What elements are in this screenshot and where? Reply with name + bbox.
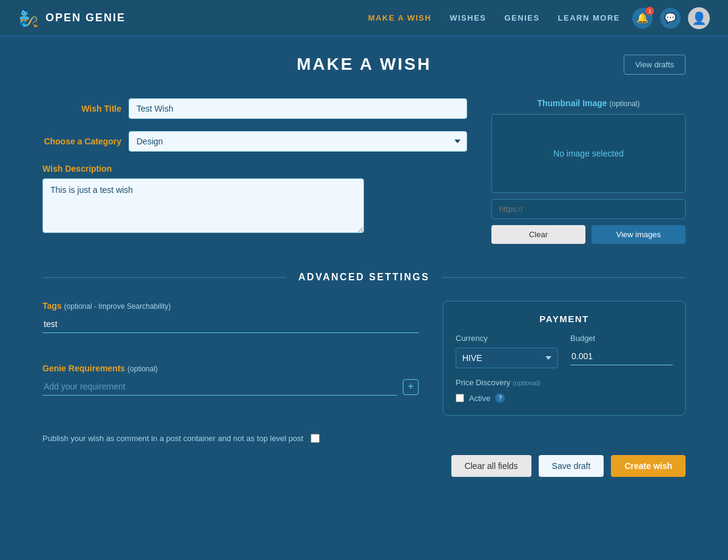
- form-left: Wish Title Choose a Category Design Deve…: [42, 98, 467, 248]
- thumbnail-section: Thumbnail Image (optional) No image sele…: [491, 98, 686, 244]
- currency-col: Currency HIVE HBD USD: [456, 334, 558, 368]
- help-icon[interactable]: ?: [495, 393, 505, 403]
- nav-link-learn-more[interactable]: LEARN MORE: [558, 13, 620, 22]
- description-textarea[interactable]: This is just a test wish: [42, 178, 364, 233]
- thumbnail-optional: (optional): [609, 100, 639, 108]
- notification-badge: 1: [645, 7, 654, 15]
- active-label: Active: [469, 394, 490, 403]
- no-image-text: No image selected: [553, 149, 624, 158]
- nav-link-make-a-wish[interactable]: MAKE A WISH: [368, 13, 431, 22]
- active-checkbox[interactable]: [456, 394, 464, 402]
- publish-text: Publish your wish as comment in a post c…: [42, 434, 303, 443]
- page-header: MAKE A WISH View drafts: [42, 55, 686, 74]
- action-buttons: Clear all fields Save draft Create wish: [42, 455, 686, 495]
- nav-logo[interactable]: 🧞 OPEN GENIE: [18, 8, 126, 28]
- notification-button[interactable]: 🔔 1: [632, 8, 653, 29]
- payment-card: PAYMENT Currency HIVE HBD USD Budget: [443, 301, 686, 416]
- nav-link-wishes[interactable]: WISHES: [450, 13, 486, 22]
- wish-title-row: Wish Title: [42, 98, 467, 119]
- advanced-settings-divider: ADVANCED SETTINGS: [42, 272, 686, 283]
- genie-requirements-section: Genie Requirements (optional) +: [42, 363, 419, 396]
- user-avatar[interactable]: 👤: [688, 7, 710, 29]
- currency-label: Currency: [456, 334, 558, 343]
- chat-icon: 💬: [664, 12, 676, 24]
- wish-title-input[interactable]: [129, 98, 467, 119]
- clear-all-button[interactable]: Clear all fields: [451, 455, 531, 477]
- nav-links: MAKE A WISH WISHES GENIES LEARN MORE: [368, 13, 620, 22]
- thumbnail-clear-button[interactable]: Clear: [491, 225, 585, 244]
- advanced-left: Tags (optional - Improve Searchability) …: [42, 301, 419, 396]
- genie-requirements-label: Genie Requirements (optional): [42, 363, 419, 373]
- payment-currency-budget-row: Currency HIVE HBD USD Budget: [456, 334, 673, 368]
- description-label: Wish Description: [42, 164, 467, 174]
- avatar-image: 👤: [692, 11, 707, 25]
- payment-title: PAYMENT: [456, 314, 673, 324]
- genie-requirements-row: +: [42, 378, 419, 396]
- tags-input[interactable]: [42, 315, 419, 333]
- description-section: Wish Description This is just a test wis…: [42, 164, 467, 235]
- navbar: 🧞 OPEN GENIE MAKE A WISH WISHES GENIES L…: [0, 0, 728, 36]
- currency-select[interactable]: HIVE HBD USD: [456, 348, 558, 368]
- tags-section: Tags (optional - Improve Searchability): [42, 301, 419, 345]
- form-top: Wish Title Choose a Category Design Deve…: [42, 98, 686, 248]
- chat-button[interactable]: 💬: [660, 8, 681, 29]
- advanced-settings-title: ADVANCED SETTINGS: [298, 272, 430, 283]
- thumbnail-url-input[interactable]: [491, 199, 686, 219]
- genie-requirements-input[interactable]: [42, 378, 397, 396]
- logo-text: OPEN GENIE: [46, 12, 126, 24]
- budget-input[interactable]: [570, 348, 673, 365]
- logo-icon: 🧞: [18, 8, 41, 28]
- genie-add-button[interactable]: +: [403, 379, 419, 395]
- view-drafts-button[interactable]: View drafts: [624, 55, 686, 75]
- price-optional-label: (optional): [513, 379, 541, 386]
- thumbnail-buttons: Clear View images: [491, 225, 686, 244]
- nav-link-genies[interactable]: GENIES: [504, 13, 539, 22]
- advanced-right: PAYMENT Currency HIVE HBD USD Budget: [443, 301, 686, 416]
- price-discovery-section: Price Discovery (optional) Active ?: [456, 378, 673, 403]
- tags-label: Tags (optional - Improve Searchability): [42, 301, 419, 311]
- genie-optional-label: (optional): [127, 365, 158, 373]
- budget-label: Budget: [570, 334, 673, 343]
- publish-row: Publish your wish as comment in a post c…: [42, 434, 686, 443]
- active-row: Active ?: [456, 393, 673, 403]
- main-content: MAKE A WISH View drafts Wish Title Choos…: [30, 36, 698, 531]
- category-select[interactable]: Design Development Marketing Writing Oth…: [129, 131, 467, 152]
- save-draft-button[interactable]: Save draft: [539, 455, 604, 477]
- price-discovery-label: Price Discovery (optional): [456, 378, 673, 387]
- category-label: Choose a Category: [42, 137, 121, 146]
- divider-line-left: [42, 277, 286, 278]
- nav-icons: 🔔 1 💬 👤: [632, 7, 710, 29]
- advanced-layout: Tags (optional - Improve Searchability) …: [42, 301, 686, 416]
- wish-title-label: Wish Title: [42, 104, 121, 113]
- thumbnail-preview: No image selected: [491, 114, 686, 193]
- publish-checkbox[interactable]: [311, 434, 320, 443]
- category-row: Choose a Category Design Development Mar…: [42, 131, 467, 152]
- thumbnail-title: Thumbnail Image (optional): [491, 98, 686, 108]
- tags-optional-label: (optional - Improve Searchability): [64, 302, 171, 311]
- form-right: Thumbnail Image (optional) No image sele…: [491, 98, 686, 248]
- create-wish-button[interactable]: Create wish: [611, 455, 686, 477]
- thumbnail-view-images-button[interactable]: View images: [592, 225, 686, 244]
- divider-line-right: [442, 277, 686, 278]
- page-title: MAKE A WISH: [297, 55, 431, 74]
- budget-col: Budget: [570, 334, 673, 368]
